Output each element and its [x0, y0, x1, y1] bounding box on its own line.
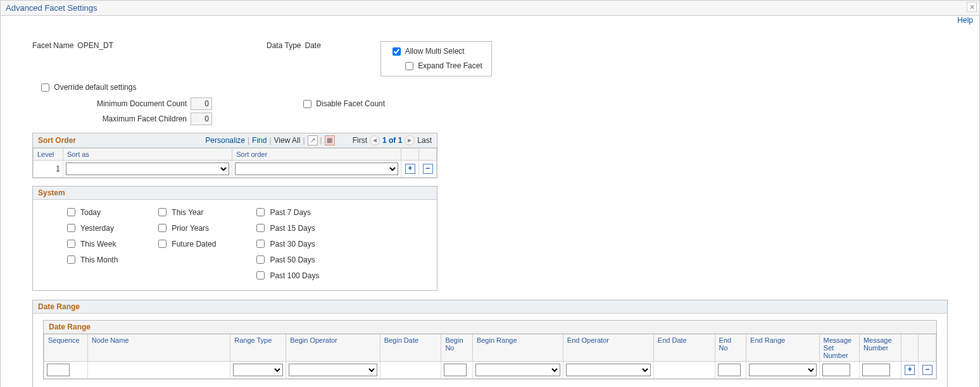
facet-name-label: Facet Name: [32, 41, 73, 50]
past-50-days-checkbox[interactable]: Past 50 Days: [254, 254, 319, 266]
cell-level: 1: [34, 161, 63, 178]
date-range-row: + −: [44, 362, 936, 379]
window-title: Advanced Facet Settings: [6, 3, 97, 13]
today-checkbox[interactable]: Today: [65, 206, 118, 218]
end-operator-select[interactable]: [566, 364, 651, 376]
col-begin-date[interactable]: Begin Date: [380, 335, 441, 362]
msg-set-no-input[interactable]: [822, 364, 850, 376]
this-month-checkbox[interactable]: This Month: [65, 254, 118, 266]
sort-as-select[interactable]: [66, 163, 229, 175]
dr-delete-row-icon[interactable]: −: [922, 365, 933, 375]
col-begin-no[interactable]: Begin No: [441, 335, 472, 362]
multi-select-box: Allow Multi Select Expand Tree Facet: [380, 41, 492, 77]
sort-order-row: 1 + −: [34, 161, 437, 178]
past-30-days-checkbox[interactable]: Past 30 Days: [254, 238, 319, 250]
date-range-grid: Sequence Node Name Range Type Begin Oper…: [44, 334, 936, 379]
sort-order-header: Sort Order Personalize | Find | View All…: [33, 133, 437, 148]
find-link[interactable]: Find: [252, 136, 267, 145]
nav-last[interactable]: Last: [417, 136, 432, 145]
allow-multi-select-label[interactable]: Allow Multi Select: [390, 47, 465, 56]
prior-years-checkbox[interactable]: Prior Years: [156, 222, 216, 234]
delete-row-icon[interactable]: −: [423, 164, 433, 174]
disable-facet-count-checkbox[interactable]: [303, 100, 311, 108]
data-type-block: Data Type Date: [267, 41, 355, 50]
dr-add-row-icon[interactable]: +: [905, 365, 915, 375]
close-icon[interactable]: ✕: [967, 2, 977, 12]
col-sequence[interactable]: Sequence: [44, 335, 88, 362]
download-icon[interactable]: ▦: [325, 135, 335, 145]
past-7-days-checkbox[interactable]: Past 7 Days: [254, 206, 319, 218]
override-default-label[interactable]: Override default settings: [39, 83, 136, 92]
nav-pager: 1 of 1: [382, 136, 402, 145]
disable-facet-count-label[interactable]: Disable Facet Count: [301, 98, 385, 110]
sort-order-title: Sort Order: [38, 136, 76, 145]
begin-operator-select[interactable]: [289, 364, 377, 376]
col-end-operator[interactable]: End Operator: [563, 335, 653, 362]
date-range-inner-title: Date Range: [44, 321, 936, 334]
system-title: System: [38, 188, 65, 197]
max-facet-children-input[interactable]: [191, 113, 212, 125]
system-col-3: Past 7 Days Past 15 Days Past 30 Days Pa…: [254, 206, 319, 281]
personalize-link[interactable]: Personalize: [205, 136, 245, 145]
help-link[interactable]: Help: [957, 16, 973, 25]
system-col-1: Today Yesterday This Week This Month: [65, 206, 118, 281]
sort-order-select[interactable]: [235, 163, 398, 175]
date-range-outer-title: Date Range: [33, 300, 947, 314]
nav-next-icon[interactable]: ►: [405, 135, 415, 145]
add-row-icon[interactable]: +: [405, 164, 415, 174]
data-type-label: Data Type: [267, 41, 301, 50]
sequence-input[interactable]: [47, 364, 70, 376]
date-range-panel: Date Range Date Range Sequence Node N: [32, 300, 948, 387]
min-doc-count-label: Minimum Document Count: [32, 99, 191, 108]
end-date-cell: [653, 362, 715, 379]
past-100-days-checkbox[interactable]: Past 100 Days: [254, 269, 319, 281]
expand-tree-facet-label[interactable]: Expand Tree Facet: [403, 61, 482, 70]
facet-name-block: Facet Name OPEN_DT: [32, 41, 241, 50]
end-no-input[interactable]: [718, 364, 741, 376]
this-year-checkbox[interactable]: This Year: [156, 206, 216, 218]
override-default-text: Override default settings: [54, 83, 136, 92]
sort-order-panel: Sort Order Personalize | Find | View All…: [32, 133, 437, 178]
col-msg-no[interactable]: Message Number: [859, 335, 901, 362]
col-msg-set-no[interactable]: Message Set Number: [819, 335, 859, 362]
col-node-name[interactable]: Node Name: [87, 335, 230, 362]
allow-multi-select-checkbox[interactable]: [393, 47, 401, 56]
col-sort-as[interactable]: Sort as: [63, 149, 232, 161]
col-end-no[interactable]: End No: [715, 335, 746, 362]
past-15-days-checkbox[interactable]: Past 15 Days: [254, 222, 319, 234]
begin-no-input[interactable]: [444, 364, 467, 376]
sort-order-grid: Level Sort as Sort order 1 + −: [33, 148, 437, 178]
nav-prev-icon[interactable]: ◄: [370, 135, 380, 145]
range-type-select[interactable]: [233, 364, 283, 376]
override-default-checkbox[interactable]: [41, 83, 49, 92]
system-panel: System Today Yesterday This Week This Mo…: [32, 186, 437, 291]
allow-multi-select-text: Allow Multi Select: [405, 47, 465, 56]
max-facet-children-label: Maximum Facet Children: [32, 114, 191, 123]
expand-tree-facet-checkbox[interactable]: [405, 62, 413, 70]
msg-no-input[interactable]: [862, 364, 890, 376]
facet-name-value: OPEN_DT: [77, 41, 113, 50]
titlebar: Advanced Facet Settings ✕: [1, 1, 979, 16]
system-col-2: This Year Prior Years Future Dated: [156, 206, 216, 281]
col-begin-operator[interactable]: Begin Operator: [286, 335, 380, 362]
sort-order-toolbar: Personalize | Find | View All | ↗ | ▦ Fi…: [205, 135, 432, 145]
future-dated-checkbox[interactable]: Future Dated: [156, 238, 216, 250]
date-range-inner: Date Range Sequence Node Name Range Ty: [43, 320, 937, 379]
header-row: Facet Name OPEN_DT Data Type Date Allow …: [32, 41, 948, 77]
nav-first[interactable]: First: [353, 136, 367, 145]
dialog-window: Advanced Facet Settings ✕ Help Facet Nam…: [0, 0, 980, 387]
view-all-link[interactable]: View All: [274, 136, 301, 145]
col-level[interactable]: Level: [34, 149, 63, 161]
expand-tree-facet-text: Expand Tree Facet: [418, 61, 482, 70]
col-end-range[interactable]: End Range: [746, 335, 819, 362]
yesterday-checkbox[interactable]: Yesterday: [65, 222, 118, 234]
this-week-checkbox[interactable]: This Week: [65, 238, 118, 250]
col-range-type[interactable]: Range Type: [230, 335, 286, 362]
col-begin-range[interactable]: Begin Range: [472, 335, 563, 362]
begin-range-select[interactable]: [475, 364, 560, 376]
zoom-icon[interactable]: ↗: [308, 135, 318, 145]
col-end-date[interactable]: End Date: [653, 335, 715, 362]
end-range-select[interactable]: [749, 364, 816, 376]
min-doc-count-input[interactable]: [191, 97, 212, 110]
col-sort-order[interactable]: Sort order: [232, 149, 401, 161]
